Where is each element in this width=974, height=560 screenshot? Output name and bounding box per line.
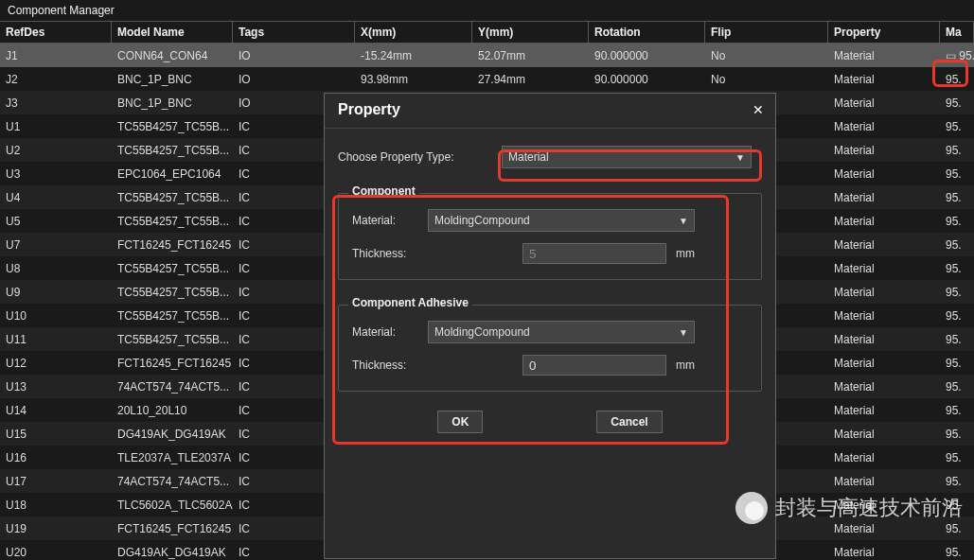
- table-cell: Material: [828, 140, 940, 161]
- table-cell: Material: [828, 164, 940, 184]
- table-cell: Material: [828, 258, 940, 279]
- component-thickness-input[interactable]: [522, 243, 666, 264]
- col-refdes[interactable]: RefDes: [0, 22, 112, 43]
- adhesive-thickness-unit: mm: [676, 359, 695, 372]
- table-cell: U3: [0, 164, 112, 184]
- table-cell: Material: [828, 495, 940, 516]
- table-cell: J3: [0, 93, 112, 114]
- table-cell: J2: [0, 69, 112, 90]
- col-model[interactable]: Model Name: [112, 22, 233, 43]
- table-cell: Material: [828, 211, 940, 232]
- table-cell: Material: [828, 471, 940, 492]
- table-cell: TC55B4257_TC55B...: [112, 306, 233, 326]
- table-cell: U19: [0, 518, 112, 539]
- table-cell: 74ACT574_74ACT5...: [112, 376, 233, 397]
- table-row[interactable]: J1CONN64_CON64IO-15.24mm52.07mm90.000000…: [0, 44, 974, 67]
- table-cell: Material: [828, 116, 940, 137]
- table-cell: 95.: [940, 542, 974, 561]
- col-ma[interactable]: Ma: [940, 22, 974, 43]
- table-cell: TC55B4257_TC55B...: [112, 211, 233, 232]
- adhesive-thickness-label: Thickness:: [352, 359, 428, 372]
- table-cell: 95.: [940, 164, 974, 184]
- table-cell: 95.: [940, 93, 974, 114]
- table-cell: 95.: [940, 306, 974, 326]
- table-cell: 20L10_20L10: [112, 400, 233, 421]
- table-cell: Material: [828, 45, 940, 66]
- col-x[interactable]: X(mm): [355, 22, 472, 43]
- table-header: RefDes Model Name Tags X(mm) Y(mm) Rotat…: [0, 21, 974, 44]
- table-cell: 95.: [940, 211, 974, 232]
- table-cell: Material: [828, 187, 940, 208]
- table-cell: 90.000000: [589, 69, 705, 90]
- table-cell: DG419AK_DG419AK: [112, 424, 233, 445]
- table-cell: U9: [0, 282, 112, 303]
- component-thickness-label: Thickness:: [352, 247, 428, 260]
- col-y[interactable]: Y(mm): [472, 22, 589, 43]
- ok-button[interactable]: OK: [437, 411, 483, 433]
- table-cell: 95.: [940, 495, 974, 516]
- component-group: Component Material: MoldingCompound ▼ Th…: [338, 193, 762, 280]
- table-cell: 95.: [940, 471, 974, 492]
- table-cell: Material: [828, 424, 940, 445]
- table-cell: 95.: [940, 282, 974, 303]
- table-cell: U4: [0, 187, 112, 208]
- adhesive-legend: Component Adhesive: [348, 296, 472, 309]
- table-cell: EPC1064_EPC1064: [112, 164, 233, 184]
- table-row[interactable]: J2BNC_1P_BNCIO93.98mm27.94mm90.000000NoM…: [0, 67, 974, 91]
- col-rotation[interactable]: Rotation: [589, 22, 705, 43]
- table-cell: 52.07mm: [472, 45, 589, 66]
- adhesive-thickness-input[interactable]: [522, 355, 666, 376]
- table-cell: BNC_1P_BNC: [112, 93, 233, 114]
- table-cell: TC55B4257_TC55B...: [112, 329, 233, 350]
- table-cell: U10: [0, 306, 112, 326]
- choose-label: Choose Property Type:: [338, 150, 502, 164]
- dialog-title-text: Property: [338, 101, 400, 118]
- table-cell: U11: [0, 329, 112, 350]
- choose-property-value: Material: [508, 150, 549, 164]
- table-cell: 95.: [940, 376, 974, 397]
- table-cell: U2: [0, 140, 112, 161]
- table-cell: U14: [0, 400, 112, 421]
- table-cell: 95.: [940, 518, 974, 539]
- table-cell: FCT16245_FCT16245: [112, 353, 233, 374]
- table-cell: IO: [233, 69, 355, 90]
- table-cell: 95.: [940, 424, 974, 445]
- component-material-label: Material:: [352, 214, 428, 227]
- table-cell: 95.: [940, 258, 974, 279]
- table-cell: 27.94mm: [472, 69, 589, 90]
- col-flip[interactable]: Flip: [705, 22, 828, 43]
- table-cell: IO: [233, 45, 355, 66]
- table-cell: Material: [828, 400, 940, 421]
- table-cell: 95.: [940, 69, 974, 90]
- cancel-button[interactable]: Cancel: [596, 411, 662, 433]
- panel-title: Component Manager: [0, 0, 974, 22]
- chevron-down-icon: ▼: [735, 152, 745, 163]
- table-cell: TC55B4257_TC55B...: [112, 187, 233, 208]
- table-cell: U15: [0, 424, 112, 445]
- table-cell: 95.: [940, 329, 974, 350]
- table-cell: DG419AK_DG419AK: [112, 542, 233, 561]
- table-cell: Material: [828, 329, 940, 350]
- table-cell: CONN64_CON64: [112, 45, 233, 66]
- adhesive-material-select[interactable]: MoldingCompound ▼: [428, 321, 695, 343]
- table-cell: U7: [0, 235, 112, 255]
- table-cell: Material: [828, 69, 940, 90]
- dialog-titlebar: Property ✕: [325, 94, 775, 129]
- table-cell: U8: [0, 258, 112, 279]
- component-material-select[interactable]: MoldingCompound ▼: [428, 209, 695, 232]
- table-cell: U16: [0, 447, 112, 468]
- table-cell: 95.: [940, 447, 974, 468]
- col-property[interactable]: Property: [828, 22, 940, 43]
- property-dialog: Property ✕ Choose Property Type: Materia…: [324, 93, 776, 559]
- table-cell: 95.: [940, 400, 974, 421]
- close-icon[interactable]: ✕: [753, 102, 764, 117]
- table-cell: U13: [0, 376, 112, 397]
- col-tags[interactable]: Tags: [233, 22, 355, 43]
- choose-property-select[interactable]: Material ▼: [502, 146, 752, 168]
- table-cell: -15.24mm: [355, 45, 472, 66]
- table-cell: 95.: [940, 187, 974, 208]
- table-cell: Material: [828, 282, 940, 303]
- table-cell: U18: [0, 495, 112, 516]
- table-cell: 95.: [940, 140, 974, 161]
- component-legend: Component: [348, 184, 419, 198]
